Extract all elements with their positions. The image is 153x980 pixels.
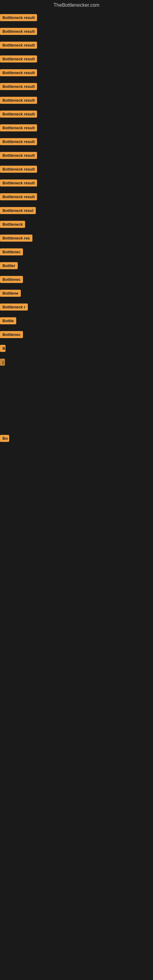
list-item: Bottleneck result <box>0 163 153 177</box>
bottleneck-badge: Bottleneck result <box>0 41 37 49</box>
list-item: Bottleneck r <box>0 301 153 314</box>
list-item: Bottlenec <box>0 246 153 259</box>
bottleneck-badge: Bottlenec <box>0 276 23 283</box>
bottleneck-badge: Bottleneck result <box>0 14 37 21</box>
site-header: TheBottlenecker.com <box>0 0 153 10</box>
bottleneck-badge: Bottleneck result <box>0 138 37 145</box>
bottleneck-badge: Bottleneck result <box>0 124 37 131</box>
site-title: TheBottlenecker.com <box>0 0 153 10</box>
list-item: Bottleneck result <box>0 39 153 52</box>
list-item: Bottleneck result <box>0 94 153 108</box>
bottleneck-badge: Bottleneck resul <box>0 207 36 214</box>
list-item: Bottlene <box>0 287 153 301</box>
bottleneck-badge: Bottleneck result <box>0 166 37 173</box>
list-item: Bottleneck result <box>0 191 153 204</box>
bottleneck-badge: Bottleneck result <box>0 152 37 159</box>
list-item: Bottleneck result <box>0 25 153 38</box>
list-item: Bottleneck result <box>0 108 153 121</box>
list-item: Bottle <box>0 315 153 328</box>
list-item: B <box>0 342 153 356</box>
gap-section <box>0 371 153 433</box>
list-item: Bottleneck result <box>0 67 153 80</box>
list-item: Bottler <box>0 260 153 273</box>
list-item: | <box>0 356 153 369</box>
bottleneck-badge: B <box>0 345 5 352</box>
bottleneck-badge: Bottleneck result <box>0 69 37 76</box>
bottom-spacer <box>0 446 153 630</box>
bottleneck-badge: Bottleneck result <box>0 97 37 104</box>
bottleneck-badge: Bottleneck result <box>0 111 37 118</box>
list-item: Bottleneck result <box>0 150 153 162</box>
bottleneck-badge: | <box>0 359 5 366</box>
items-container: Bottleneck resultBottleneck resultBottle… <box>0 10 153 371</box>
list-item: Bottleneck result <box>0 12 153 25</box>
bottleneck-badge: Bottleneck result <box>0 83 37 90</box>
list-item: Bottlenec <box>0 329 153 342</box>
list-item: Bottleneck result <box>0 136 153 149</box>
list-item: Bottleneck result <box>0 81 153 94</box>
bottleneck-badge: Bo <box>0 435 9 442</box>
bottleneck-badge: Bottleneck res <box>0 235 32 242</box>
list-item: Bottleneck result <box>0 122 153 135</box>
bottleneck-badge: Bottleneck result <box>0 28 37 35</box>
list-item: Bo <box>0 433 153 445</box>
list-item: Bottleneck resul <box>0 205 153 218</box>
list-item: Bottlenec <box>0 274 153 286</box>
list-item: Bottleneck result <box>0 177 153 190</box>
bottleneck-badge: Bottleneck result <box>0 56 37 62</box>
list-item: Bottleneck <box>0 218 153 232</box>
list-item: Bottleneck result <box>0 53 153 66</box>
list-item: Bottleneck res <box>0 232 153 245</box>
bottleneck-badge: Bottleneck r <box>0 304 28 310</box>
bottleneck-badge: Bottleneck <box>0 221 25 228</box>
bottleneck-badge: Bottlenec <box>0 331 23 338</box>
bottleneck-badge: Bottlene <box>0 290 21 297</box>
bottleneck-badge: Bottleneck result <box>0 193 37 200</box>
bottleneck-badge: Bottlenec <box>0 248 23 255</box>
bottleneck-badge: Bottleneck result <box>0 180 37 186</box>
bottleneck-badge: Bottler <box>0 262 18 269</box>
bottleneck-badge: Bottle <box>0 317 16 324</box>
